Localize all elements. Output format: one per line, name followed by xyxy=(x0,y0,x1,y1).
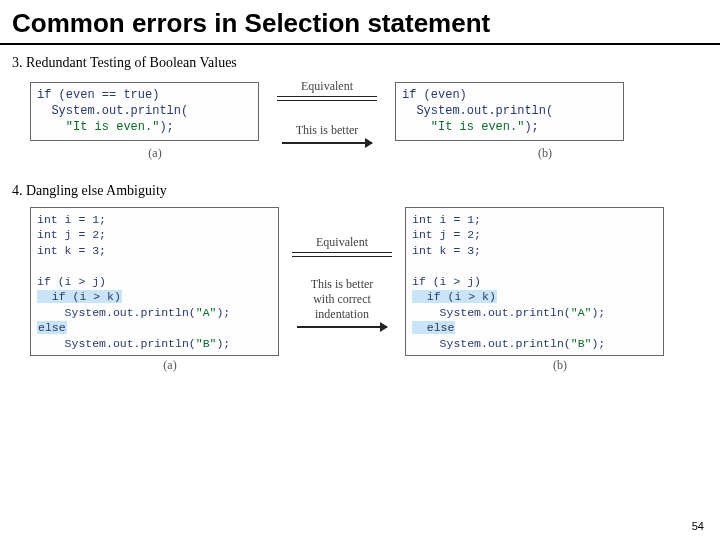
code-box-4a: int i = 1; int j = 2; int k = 3; if (i >… xyxy=(30,207,279,357)
caption-3b: (b) xyxy=(420,146,670,161)
figure-3-captions: (a) (b) xyxy=(0,144,720,161)
code-line: System.out.println( xyxy=(402,104,553,118)
code-box-4b: int i = 1; int j = 2; int k = 3; if (i >… xyxy=(405,207,664,357)
better-label-line3: indentation xyxy=(315,307,369,322)
code-line: ); xyxy=(524,120,538,134)
code-line: if (i > j) xyxy=(37,275,106,288)
section-3-heading: 3. Redundant Testing of Boolean Values xyxy=(0,45,720,77)
code-string: "It is even." xyxy=(402,120,524,134)
arrow-right-icon xyxy=(297,326,387,328)
caption-4a: (a) xyxy=(30,358,310,373)
figure-3-row: if (even == true) System.out.println( "I… xyxy=(0,77,720,144)
equivalent-rule-icon xyxy=(292,252,392,257)
equivalent-label: Equivalent xyxy=(316,235,368,250)
code-line: if (even == true) xyxy=(37,88,159,102)
code-string: "B" xyxy=(196,337,217,350)
code-line: System.out.println( xyxy=(412,337,571,350)
code-line: System.out.println( xyxy=(37,306,196,319)
code-line-highlight: if (i > k) xyxy=(412,290,497,303)
better-label: This is better xyxy=(296,123,359,138)
code-line: ); xyxy=(216,337,230,350)
code-line-highlight: else xyxy=(37,321,67,334)
code-line: ); xyxy=(216,306,230,319)
figure-4-middle: Equivalent This is better with correct i… xyxy=(287,235,397,328)
figure-4-row: int i = 1; int j = 2; int k = 3; if (i >… xyxy=(0,205,720,357)
caption-4b: (b) xyxy=(430,358,690,373)
code-line: ); xyxy=(591,337,605,350)
code-line: int k = 3; xyxy=(37,244,106,257)
code-line: if (i > j) xyxy=(412,275,481,288)
equivalent-rule-icon xyxy=(277,96,377,101)
code-string: "A" xyxy=(571,306,592,319)
code-box-3a: if (even == true) System.out.println( "I… xyxy=(30,82,259,141)
code-line: int k = 3; xyxy=(412,244,481,257)
equivalent-label: Equivalent xyxy=(301,79,353,94)
section-4-heading: 4. Dangling else Ambiguity xyxy=(0,161,720,205)
figure-4-captions: (a) (b) xyxy=(0,356,720,373)
code-line-highlight: else xyxy=(412,321,455,334)
code-line: if (even) xyxy=(402,88,467,102)
better-label-line1: This is better xyxy=(311,277,374,292)
page-title: Common errors in Selection statement xyxy=(0,0,720,45)
code-string: "B" xyxy=(571,337,592,350)
figure-3-middle: Equivalent This is better xyxy=(267,79,387,144)
code-box-3b: if (even) System.out.println( "It is eve… xyxy=(395,82,624,141)
caption-3a: (a) xyxy=(30,146,280,161)
code-line: int i = 1; xyxy=(37,213,106,226)
code-line: ); xyxy=(591,306,605,319)
code-line: System.out.println( xyxy=(37,104,188,118)
arrow-right-icon xyxy=(282,142,372,144)
code-line-highlight: if (i > k) xyxy=(37,290,122,303)
better-label-line2: with correct xyxy=(313,292,371,307)
page-number: 54 xyxy=(692,520,704,532)
code-line: ); xyxy=(159,120,173,134)
code-string: "A" xyxy=(196,306,217,319)
code-string: "It is even." xyxy=(37,120,159,134)
code-line: System.out.println( xyxy=(37,337,196,350)
code-line: int i = 1; xyxy=(412,213,481,226)
code-line: int j = 2; xyxy=(412,228,481,241)
code-line: int j = 2; xyxy=(37,228,106,241)
code-line: System.out.println( xyxy=(412,306,571,319)
